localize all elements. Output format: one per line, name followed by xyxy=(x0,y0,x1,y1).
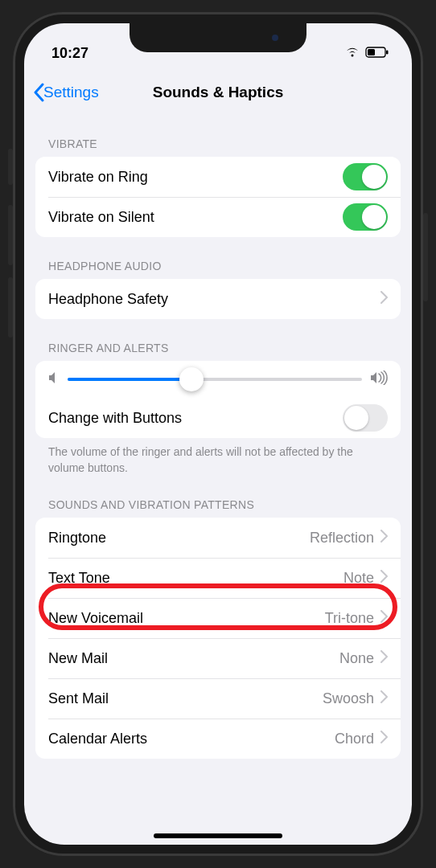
row-headphone-safety[interactable]: Headphone Safety xyxy=(35,279,401,319)
row-label: Vibrate on Ring xyxy=(48,169,148,186)
notch xyxy=(130,23,306,52)
toggle-knob xyxy=(344,406,368,430)
screen: 10:27 Settings Sounds & Haptics VIBRATE xyxy=(24,23,412,845)
chevron-right-icon xyxy=(380,731,388,747)
content-area: VIBRATE Vibrate on Ring Vibrate on Silen… xyxy=(24,115,412,807)
chevron-right-icon xyxy=(380,610,388,627)
side-button-power xyxy=(423,213,428,301)
row-change-with-buttons[interactable]: Change with Buttons xyxy=(35,398,401,438)
side-button-vol-down xyxy=(8,277,13,338)
group-vibrate: Vibrate on Ring Vibrate on Silent xyxy=(35,157,401,237)
back-label: Settings xyxy=(43,84,99,101)
row-label: Ringtone xyxy=(48,530,106,547)
battery-icon xyxy=(365,45,389,62)
group-headphone: Headphone Safety xyxy=(35,279,401,319)
row-sent-mail[interactable]: Sent Mail Swoosh xyxy=(35,678,401,719)
section-header-ringer: RINGER AND ALERTS xyxy=(35,319,401,361)
back-button[interactable]: Settings xyxy=(32,83,99,102)
section-header-headphone: HEADPHONE AUDIO xyxy=(35,237,401,279)
row-new-voicemail[interactable]: New Voicemail Tri-tone xyxy=(35,598,401,638)
row-text-tone[interactable]: Text Tone Note xyxy=(35,558,401,598)
row-label: New Voicemail xyxy=(48,610,143,627)
volume-slider[interactable] xyxy=(68,378,362,381)
section-footer-ringer: The volume of the ringer and alerts will… xyxy=(35,438,401,476)
page-title: Sounds & Haptics xyxy=(153,84,284,101)
row-vibrate-on-silent[interactable]: Vibrate on Silent xyxy=(35,197,401,237)
row-label: New Mail xyxy=(48,650,108,667)
row-label: Vibrate on Silent xyxy=(48,209,154,226)
row-label: Calendar Alerts xyxy=(48,731,147,747)
nav-bar: Settings Sounds & Haptics xyxy=(24,70,412,115)
svg-rect-1 xyxy=(368,49,375,55)
toggle-vibrate-on-silent[interactable] xyxy=(343,203,388,231)
section-header-patterns: SOUNDS AND VIBRATION PATTERNS xyxy=(35,476,401,518)
row-label: Sent Mail xyxy=(48,690,109,707)
section-header-vibrate: VIBRATE xyxy=(35,115,401,157)
slider-thumb[interactable] xyxy=(179,367,204,391)
row-value: Note xyxy=(343,570,374,587)
row-value: None xyxy=(339,650,374,667)
row-label: Change with Buttons xyxy=(48,410,182,427)
row-label: Text Tone xyxy=(48,570,110,587)
toggle-vibrate-on-ring[interactable] xyxy=(343,163,388,190)
status-right xyxy=(344,45,389,62)
group-patterns: Ringtone Reflection Text Tone Note New V… xyxy=(35,518,401,759)
row-ringtone[interactable]: Ringtone Reflection xyxy=(35,518,401,558)
home-indicator[interactable] xyxy=(154,833,282,838)
row-volume-slider[interactable] xyxy=(35,361,401,398)
row-label: Headphone Safety xyxy=(48,291,168,308)
chevron-right-icon xyxy=(380,650,388,667)
row-new-mail[interactable]: New Mail None xyxy=(35,638,401,678)
row-value: Chord xyxy=(335,731,374,747)
group-ringer: Change with Buttons xyxy=(35,361,401,438)
row-value: Reflection xyxy=(310,530,374,547)
slider-fill xyxy=(68,378,191,381)
row-calendar-alerts[interactable]: Calendar Alerts Chord xyxy=(35,719,401,759)
front-camera-icon xyxy=(272,35,278,41)
chevron-right-icon xyxy=(380,570,388,587)
svg-rect-2 xyxy=(386,51,389,55)
speaker-low-icon xyxy=(48,371,60,387)
row-value: Tri-tone xyxy=(325,610,374,627)
toggle-knob xyxy=(362,165,386,189)
status-time: 10:27 xyxy=(51,45,88,62)
toggle-change-with-buttons[interactable] xyxy=(343,404,388,432)
row-value: Swoosh xyxy=(323,690,374,707)
side-button-vol-up xyxy=(8,205,13,265)
phone-frame: 10:27 Settings Sounds & Haptics VIBRATE xyxy=(13,12,423,856)
toggle-knob xyxy=(362,205,386,229)
chevron-right-icon xyxy=(380,530,388,547)
row-vibrate-on-ring[interactable]: Vibrate on Ring xyxy=(35,157,401,197)
speaker-high-icon xyxy=(370,371,388,388)
side-button-mute xyxy=(8,149,13,185)
chevron-right-icon xyxy=(380,690,388,707)
wifi-icon xyxy=(344,45,360,62)
chevron-right-icon xyxy=(380,291,388,308)
